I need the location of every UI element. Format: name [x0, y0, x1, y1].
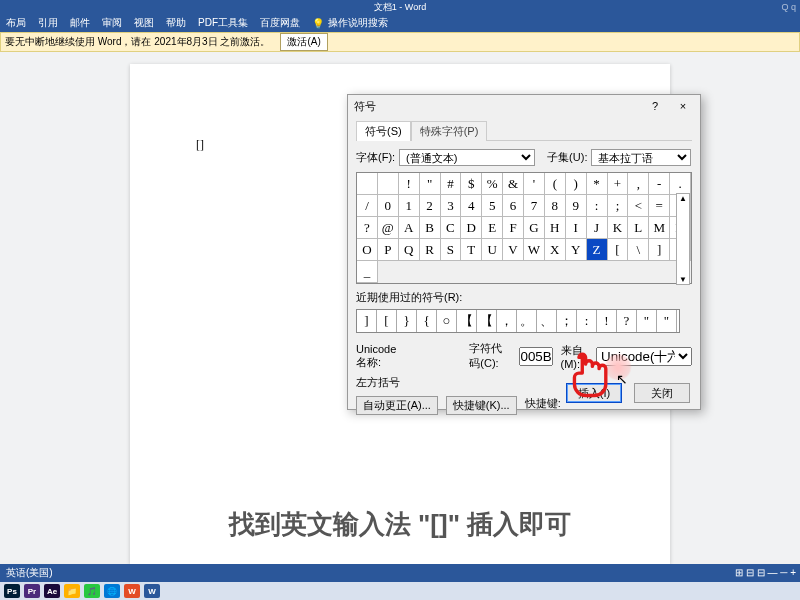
insert-button[interactable]: 插入(I)	[566, 383, 622, 403]
taskbar[interactable]: PsPrAe📁🎵🌐WW	[0, 582, 800, 600]
symbol-cell[interactable]: '	[524, 173, 545, 195]
symbol-cell[interactable]: Y	[566, 239, 587, 261]
recent-symbol-cell[interactable]: :	[577, 310, 597, 332]
symbol-cell[interactable]: [	[608, 239, 629, 261]
symbol-cell[interactable]: ?	[357, 217, 378, 239]
char-code-input[interactable]	[519, 347, 553, 366]
symbol-cell[interactable]: -	[649, 173, 670, 195]
symbol-cell[interactable]: @	[378, 217, 399, 239]
symbol-cell[interactable]: 7	[524, 195, 545, 217]
scroll-up-icon[interactable]: ▲	[679, 194, 687, 203]
symbol-cell[interactable]: _	[357, 261, 378, 283]
taskbar-icon[interactable]: Ps	[4, 584, 20, 598]
symbol-cell[interactable]: V	[503, 239, 524, 261]
tab-symbols[interactable]: 符号(S)	[356, 121, 411, 141]
shortcut-key-button[interactable]: 快捷键(K)...	[446, 396, 517, 415]
symbol-cell[interactable]: 8	[545, 195, 566, 217]
symbol-grid[interactable]: !"#$%&'()*+,-./0123456789:;<=>?@ABCDEFGH…	[356, 172, 692, 284]
help-search[interactable]: 💡 操作说明搜索	[312, 16, 388, 30]
symbol-cell[interactable]: O	[357, 239, 378, 261]
recent-symbol-cell[interactable]: ○	[437, 310, 457, 332]
symbol-cell[interactable]: P	[378, 239, 399, 261]
symbol-cell[interactable]: $	[461, 173, 482, 195]
help-icon[interactable]: ?	[644, 100, 666, 112]
symbol-cell[interactable]: .	[670, 173, 691, 195]
recent-symbol-cell[interactable]: "	[657, 310, 677, 332]
symbol-cell[interactable]: R	[420, 239, 441, 261]
close-button[interactable]: 关闭	[634, 383, 690, 403]
symbol-cell[interactable]: ]	[649, 239, 670, 261]
status-language[interactable]: 英语(美国)	[6, 567, 53, 578]
symbol-cell[interactable]: E	[482, 217, 503, 239]
symbol-cell[interactable]: !	[399, 173, 420, 195]
symbol-cell[interactable]: K	[608, 217, 629, 239]
taskbar-icon[interactable]: W	[144, 584, 160, 598]
recent-symbol-cell[interactable]: ]	[357, 310, 377, 332]
symbol-cell[interactable]: "	[420, 173, 441, 195]
tab-view[interactable]: 视图	[134, 16, 154, 30]
recent-symbol-cell[interactable]: ?	[617, 310, 637, 332]
taskbar-icon[interactable]: 🎵	[84, 584, 100, 598]
taskbar-icon[interactable]: 🌐	[104, 584, 120, 598]
symbol-cell[interactable]: S	[441, 239, 462, 261]
font-select[interactable]: (普通文本)	[399, 149, 535, 166]
symbol-cell[interactable]	[357, 173, 378, 195]
taskbar-icon[interactable]: Ae	[44, 584, 60, 598]
tab-pdf[interactable]: PDF工具集	[198, 16, 248, 30]
symbol-cell[interactable]: (	[545, 173, 566, 195]
taskbar-icon[interactable]: Pr	[24, 584, 40, 598]
recent-symbol-cell[interactable]: 【	[477, 310, 497, 332]
scroll-down-icon[interactable]: ▼	[679, 275, 687, 284]
recent-symbol-cell[interactable]: ；	[557, 310, 577, 332]
subset-select[interactable]: 基本拉丁语	[591, 149, 691, 166]
symbol-cell[interactable]: A	[399, 217, 420, 239]
recent-symbols[interactable]: ][}{○【【，。、；:!?""	[356, 309, 680, 333]
symbol-cell[interactable]: X	[545, 239, 566, 261]
symbol-cell[interactable]: M	[649, 217, 670, 239]
status-view-controls[interactable]: ⊞ ⊟ ⊟ — ─ +	[735, 564, 796, 582]
symbol-cell[interactable]: ,	[628, 173, 649, 195]
tab-review[interactable]: 审阅	[102, 16, 122, 30]
dialog-titlebar[interactable]: 符号 ? ×	[348, 95, 700, 117]
symbol-cell[interactable]: Q	[399, 239, 420, 261]
symbol-cell[interactable]: 3	[441, 195, 462, 217]
symbol-cell[interactable]: B	[420, 217, 441, 239]
symbol-cell[interactable]: &	[503, 173, 524, 195]
symbol-cell[interactable]: 6	[503, 195, 524, 217]
symbol-cell[interactable]: %	[482, 173, 503, 195]
symbol-cell[interactable]: +	[608, 173, 629, 195]
symbol-cell[interactable]: /	[357, 195, 378, 217]
recent-symbol-cell[interactable]: }	[397, 310, 417, 332]
recent-symbol-cell[interactable]: [	[377, 310, 397, 332]
tab-layout[interactable]: 布局	[6, 16, 26, 30]
symbol-cell[interactable]: I	[566, 217, 587, 239]
autocorrect-button[interactable]: 自动更正(A)...	[356, 396, 438, 415]
recent-symbol-cell[interactable]: 【	[457, 310, 477, 332]
taskbar-icon[interactable]: 📁	[64, 584, 80, 598]
recent-symbol-cell[interactable]: 。	[517, 310, 537, 332]
symbol-cell[interactable]: H	[545, 217, 566, 239]
tab-help[interactable]: 帮助	[166, 16, 186, 30]
symbol-cell[interactable]: 2	[420, 195, 441, 217]
symbol-cell[interactable]: ;	[608, 195, 629, 217]
tab-mail[interactable]: 邮件	[70, 16, 90, 30]
symbol-cell[interactable]: W	[524, 239, 545, 261]
symbol-cell[interactable]: T	[461, 239, 482, 261]
recent-symbol-cell[interactable]: ，	[497, 310, 517, 332]
symbol-cell[interactable]: J	[587, 217, 608, 239]
symbol-cell[interactable]: U	[482, 239, 503, 261]
symbol-cell[interactable]: 4	[461, 195, 482, 217]
grid-scrollbar[interactable]: ▲ ▼	[676, 193, 690, 285]
close-icon[interactable]: ×	[672, 100, 694, 112]
symbol-cell[interactable]: L	[628, 217, 649, 239]
symbol-cell[interactable]: C	[441, 217, 462, 239]
symbol-cell[interactable]: *	[587, 173, 608, 195]
recent-symbol-cell[interactable]: !	[597, 310, 617, 332]
symbol-cell[interactable]: G	[524, 217, 545, 239]
symbol-cell[interactable]: 1	[399, 195, 420, 217]
symbol-cell[interactable]: 5	[482, 195, 503, 217]
symbol-cell[interactable]: 9	[566, 195, 587, 217]
symbol-cell[interactable]	[378, 173, 399, 195]
symbol-cell[interactable]: Z	[587, 239, 608, 261]
taskbar-icon[interactable]: W	[124, 584, 140, 598]
